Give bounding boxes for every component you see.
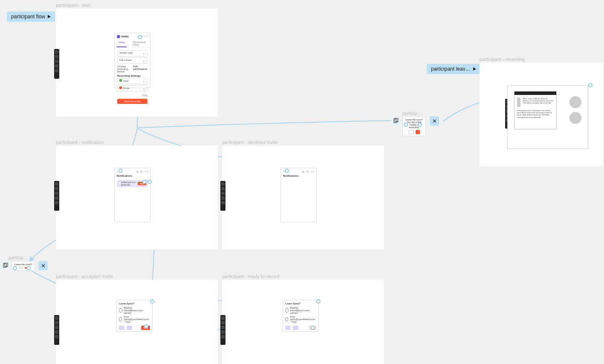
avatar <box>285 317 288 321</box>
bell-icon[interactable]: ▵ <box>303 169 304 173</box>
more-icon[interactable]: ⋯ <box>144 34 148 38</box>
notifications-panel[interactable]: ← ▵ ⌂ ⋯ Notifications invited you to a g… <box>114 168 150 222</box>
connection-node[interactable] <box>142 180 147 184</box>
popup-text: Leave the room? <box>14 263 32 266</box>
connection-node[interactable] <box>150 299 154 304</box>
action-invite-button[interactable] <box>285 326 291 330</box>
connection-node[interactable] <box>138 35 142 39</box>
action-invite-button[interactable] <box>119 326 124 330</box>
notification-text: invited you to a group rec. <box>121 181 138 186</box>
play-icon <box>48 15 51 18</box>
connection-node[interactable] <box>147 180 152 184</box>
participant-row: Rachel (host@loom.com · owner) <box>285 307 316 314</box>
home-icon[interactable]: ⌂ <box>306 169 309 173</box>
tab-screenshot[interactable]: Screenshot (Mac) <box>131 40 148 47</box>
loom-logo: loom <box>117 35 129 38</box>
action-mute-button[interactable] <box>293 326 298 330</box>
doc-paragraph: Amet, minim mollit non deserunt ullamco … <box>523 97 554 107</box>
participant-row: Amy (amy@yourfriend.com · You) <box>119 315 150 323</box>
close-overlay-button[interactable]: ✕ <box>38 261 48 270</box>
loom-tabs: Video Screenshot (Mac) <box>115 40 150 48</box>
frame-title-start: participant - start <box>56 3 91 8</box>
notifications-panel-empty[interactable]: ← ▵ ⌂ ⋯ Notifications <box>280 168 317 222</box>
toolbar <box>54 315 59 345</box>
copy-icon <box>393 118 399 124</box>
close-overlay-button[interactable]: ✕ <box>430 116 439 126</box>
play-icon <box>473 67 476 71</box>
loom-recorder-panel[interactable]: loom ⌂ ⋯ Video Screenshot (Mac) Screen o… <box>114 33 150 88</box>
connection-node[interactable] <box>13 266 17 270</box>
close-icon: ✕ <box>41 263 46 269</box>
bell-icon[interactable]: ▵ <box>136 169 138 173</box>
frame-title-ready: participant - ready to record <box>222 274 280 279</box>
frame-title-recording: participant - recording <box>480 57 525 62</box>
connection-node[interactable] <box>588 83 592 87</box>
capture-mode-select[interactable]: Screen only <box>117 50 147 57</box>
tab-video[interactable]: Video <box>117 40 127 47</box>
recording-settings-title: Recording Settings <box>117 75 147 77</box>
flow-chip-label: participant flow <box>11 14 45 20</box>
participant-row: Amy (amy@yourfriend.com · You) <box>285 315 316 323</box>
connection-node[interactable] <box>316 299 321 304</box>
notifications-heading: Notifications <box>115 175 150 178</box>
connection-node[interactable] <box>285 169 289 173</box>
start-recording-button[interactable]: Start recording <box>117 99 147 104</box>
popup-confirm-button[interactable] <box>416 130 420 134</box>
frame-title-accepted: participant - accepted invite <box>56 274 113 279</box>
more-icon[interactable]: ⋯ <box>144 169 148 173</box>
participant-bubble[interactable] <box>569 96 581 108</box>
flow-chip-participant-leaves[interactable]: participant leav… <box>427 64 480 74</box>
countdown-select[interactable]: None <box>117 85 147 92</box>
toolbar <box>220 181 225 211</box>
room-title: Loom Sync? <box>119 302 150 305</box>
connection-node[interactable] <box>310 326 315 330</box>
participant-bubble[interactable] <box>569 112 581 124</box>
quality-badge: 720p <box>142 94 147 97</box>
document-window[interactable]: Amet, minim mollit non deserunt ullamco … <box>507 85 588 149</box>
frame-title-declined: participant - declined invite <box>222 140 277 145</box>
flow-chip-label: participant leav… <box>431 66 471 72</box>
participant-name: Amy (amy@yourfriend.com · You) <box>124 315 150 323</box>
doc-thumbnail <box>517 97 520 107</box>
prototype-canvas[interactable]: participant flow participant leav… parti… <box>0 0 604 364</box>
doc-paragraph: Exercitation veniam consequat sunt nostr… <box>514 109 556 121</box>
avatar <box>119 308 122 312</box>
component-instance-icon[interactable] <box>391 116 401 126</box>
toolbar <box>54 49 59 79</box>
quality-select[interactable]: Auto <box>117 78 147 84</box>
avatar <box>285 308 289 312</box>
home-icon[interactable]: ⌂ <box>140 169 142 173</box>
copy-icon <box>3 263 9 269</box>
participant-name: Rachel (host@loom.com · owner) <box>290 307 316 314</box>
document-card: Amet, minim mollit non deserunt ullamco … <box>514 91 557 129</box>
frame-title-notification: participant - notification <box>56 140 104 145</box>
popup-cancel-button[interactable] <box>408 130 414 134</box>
doc-titlebar <box>514 92 556 95</box>
participant-name: Amy (amy@yourfriend.com · You) <box>290 315 316 323</box>
frame-title-popup2: particip… <box>402 111 422 116</box>
popup-cancel-button[interactable] <box>19 267 23 269</box>
connection-node[interactable] <box>404 123 408 127</box>
component-instance-icon[interactable] <box>1 261 10 270</box>
connection-node[interactable] <box>26 266 31 270</box>
connection-node[interactable] <box>144 324 148 329</box>
connection-node[interactable] <box>418 123 422 127</box>
participant-name: Rachel (host@loom.com · owner) <box>124 307 150 314</box>
action-mute-button[interactable] <box>127 326 132 330</box>
notifications-heading: Notifications <box>281 175 316 178</box>
more-icon[interactable]: ⋯ <box>311 169 314 173</box>
avatar <box>119 317 122 321</box>
flow-chip-participant-flow[interactable]: participant flow <box>7 11 55 22</box>
connection-node[interactable] <box>118 169 123 173</box>
device-label: Choose recording device <box>117 65 133 73</box>
room-title: Loom Sync? <box>285 302 316 305</box>
toolbar <box>54 181 59 211</box>
screen-select[interactable]: Full screen <box>117 57 147 64</box>
participant-row: Rachel (host@loom.com · owner) <box>119 307 150 314</box>
toolbar <box>220 315 225 345</box>
frame-title-popup1: particip… <box>9 255 28 260</box>
ask-participants-link[interactable]: Ask participants <box>133 65 147 73</box>
close-icon: ✕ <box>432 118 437 124</box>
